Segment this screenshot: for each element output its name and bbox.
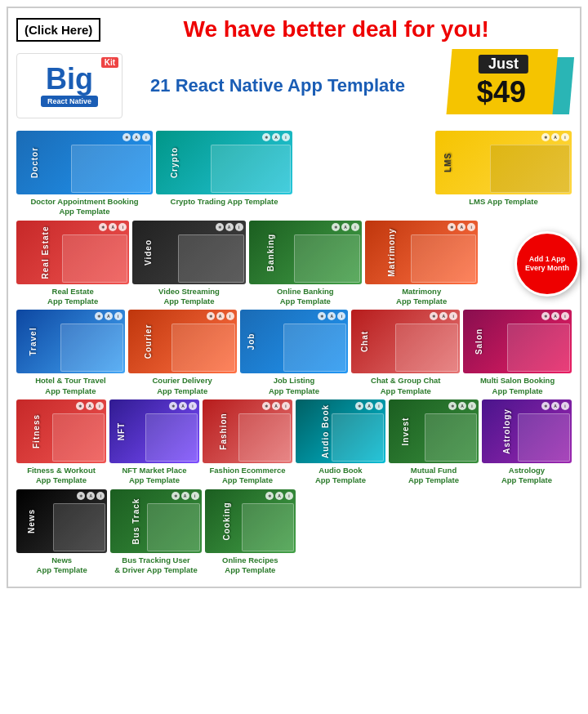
app-label-matrimony: Matrimony	[387, 228, 396, 277]
thumb-bg-fashion: Fashion ⚛Ai	[203, 399, 292, 463]
app-title-bustrack: Bus Tracking User& Driver App Template	[114, 556, 197, 576]
thumb-bg-chat: Chat ⚛Ai	[351, 310, 460, 373]
app-thumb-lms: LMS ⚛Ai	[435, 131, 572, 194]
thumb-bg-news: News ⚛Ai	[16, 489, 107, 553]
app-title-travel: Hotel & Tour TravelApp Template	[35, 376, 105, 396]
app-label-astrology: Astrology	[502, 408, 511, 454]
app-matrimony[interactable]: Matrimony ⚛Ai MatrimonyApp Template	[365, 221, 478, 307]
app-fashion[interactable]: Fashion ⚛Ai Fashion EcommerceApp Templat…	[203, 399, 292, 486]
click-here-label[interactable]: (Click Here)	[16, 18, 100, 42]
thumb-bg-fitness: Fitness ⚛Ai	[16, 399, 106, 463]
app-astrology[interactable]: Astrology ⚛Ai AstrologyApp Template	[482, 399, 572, 486]
app-label-job: Job	[246, 333, 255, 350]
app-thumb-job: Job ⚛Ai	[240, 310, 349, 373]
app-title-courier: Courier DeliveryApp Template	[152, 376, 212, 396]
app-thumb-fitness: Fitness ⚛Ai	[16, 399, 106, 463]
app-label-doctor: Doctor	[30, 147, 39, 178]
row-1: Doctor ⚛Ai Doctor Appointment BookingApp…	[16, 131, 572, 217]
app-thumb-matrimony: Matrimony ⚛Ai	[365, 221, 478, 284]
app-label-chat: Chat	[360, 331, 369, 352]
app-label-video: Video	[144, 239, 153, 266]
app-title-audiobook: Audio BookApp Template	[315, 466, 366, 486]
thumb-bg-invest: Invest ⚛Ai	[389, 399, 479, 463]
app-salon[interactable]: Salon ⚛Ai Multi Salon BookingApp Templat…	[463, 310, 572, 396]
app-label-courier: Courier	[144, 324, 153, 359]
thumb-bg-matrimony: Matrimony ⚛Ai	[365, 221, 478, 284]
thumb-bg-audiobook: Audio Book ⚛Ai	[296, 399, 385, 463]
app-thumb-realestate: Real Estate ⚛Ai	[16, 221, 129, 284]
header-row: (Click Here) We have better deal for you…	[16, 16, 572, 42]
promo-row: Kit Big React Native 21 React Native App…	[16, 49, 572, 123]
app-audiobook[interactable]: Audio Book ⚛Ai Audio BookApp Template	[296, 399, 385, 486]
app-doctor[interactable]: Doctor ⚛Ai Doctor Appointment BookingApp…	[16, 131, 153, 217]
app-label-invest: Invest	[401, 417, 410, 446]
app-thumb-salon: Salon ⚛Ai	[463, 310, 572, 373]
big-text: Big	[46, 65, 93, 94]
app-bustrack[interactable]: Bus Track ⚛Ai Bus Tracking User& Driver …	[110, 489, 201, 576]
app-title-chat: Chat & Group ChatApp Template	[371, 376, 441, 396]
app-thumb-news: News ⚛Ai	[16, 489, 107, 553]
app-thumb-chat: Chat ⚛Ai	[351, 310, 460, 373]
app-crypto[interactable]: Crypto ⚛Ai Crypto Trading App Template	[156, 131, 292, 207]
app-label-realestate: Real Estate	[41, 225, 50, 279]
app-invest[interactable]: Invest ⚛Ai Mutual FundApp Template	[389, 399, 479, 486]
thumb-bg-nft: NFT ⚛Ai	[109, 399, 199, 463]
app-video[interactable]: Video ⚛Ai Video StreamingApp Template	[132, 221, 245, 307]
app-news[interactable]: News ⚛Ai NewsApp Template	[16, 489, 107, 576]
app-label-news: News	[27, 509, 36, 533]
app-title-salon: Multi Salon BookingApp Template	[480, 376, 555, 396]
app-title-fitness: Fitness & WorkoutApp Template	[27, 466, 96, 486]
thumb-bg-courier: Courier ⚛Ai	[128, 310, 237, 373]
app-nft[interactable]: NFT ⚛Ai NFT Market PlaceApp Template	[109, 399, 199, 486]
thumb-bg-realestate: Real Estate ⚛Ai	[16, 221, 129, 284]
app-cooking[interactable]: Cooking ⚛Ai Online RecipesApp Template	[205, 489, 296, 576]
app-thumb-bustrack: Bus Track ⚛Ai	[110, 489, 201, 553]
app-chat[interactable]: Chat ⚛Ai Chat & Group ChatApp Template	[351, 310, 460, 396]
app-travel[interactable]: Travel ⚛Ai Hotel & Tour TravelApp Templa…	[16, 310, 125, 396]
app-realestate[interactable]: Real Estate ⚛Ai Real EstateApp Template	[16, 221, 129, 307]
main-container: (Click Here) We have better deal for you…	[7, 7, 581, 588]
add-badge: Add 1 App Every Month	[514, 231, 580, 297]
bigkit-logo: Kit Big React Native	[16, 53, 122, 118]
app-title-realestate: Real EstateApp Template	[47, 287, 98, 307]
thumb-bg-video: Video ⚛Ai	[132, 221, 245, 284]
app-title-fashion: Fashion EcommerceApp Template	[210, 466, 286, 486]
app-thumb-cooking: Cooking ⚛Ai	[205, 489, 296, 553]
app-lms[interactable]: LMS ⚛Ai LMS App Template	[435, 131, 572, 207]
app-courier[interactable]: Courier ⚛Ai Courier DeliveryApp Template	[128, 310, 237, 396]
app-thumb-astrology: Astrology ⚛Ai	[482, 399, 572, 463]
app-label-banking: Banking	[265, 233, 274, 270]
app-thumb-fashion: Fashion ⚛Ai	[203, 399, 292, 463]
app-label-travel: Travel	[29, 328, 38, 356]
deal-text: We have better deal for you!	[100, 16, 572, 42]
thumb-bg-job: Job ⚛Ai	[240, 310, 349, 373]
app-title-video: Video StreamingApp Template	[158, 287, 220, 307]
price-just-label: Just	[479, 55, 528, 74]
app-label-cooking: Cooking	[222, 502, 231, 540]
app-title-cooking: Online RecipesApp Template	[222, 556, 278, 576]
app-title-job: Job ListingApp Template	[269, 376, 319, 396]
thumb-bg-banking: Banking ⚛Ai	[249, 221, 362, 284]
app-title-matrimony: MatrimonyApp Template	[396, 287, 447, 307]
app-label-salon: Salon	[474, 328, 483, 355]
app-title-lms: LMS App Template	[469, 197, 537, 207]
price-yellow-bg: Just $49	[447, 49, 559, 114]
app-thumb-video: Video ⚛Ai	[132, 221, 245, 284]
price-amount: $49	[477, 75, 526, 109]
app-thumb-travel: Travel ⚛Ai	[16, 310, 125, 373]
kit-badge: Kit	[101, 57, 118, 68]
app-title-banking: Online BankingApp Template	[277, 287, 334, 307]
row-2: Real Estate ⚛Ai Real EstateApp Template …	[16, 221, 572, 307]
app-title-crypto: Crypto Trading App Template	[171, 197, 278, 207]
thumb-bg-crypto: Crypto ⚛Ai	[156, 131, 292, 194]
app-banking[interactable]: Banking ⚛Ai Online BankingApp Template	[249, 221, 362, 307]
app-thumb-nft: NFT ⚛Ai	[109, 399, 199, 463]
app-label-nft: NFT	[117, 422, 126, 440]
app-job[interactable]: Job ⚛Ai Job ListingApp Template	[240, 310, 349, 396]
app-title-invest: Mutual FundApp Template	[408, 466, 459, 486]
price-badge: Just $49	[433, 49, 572, 123]
app-thumb-invest: Invest ⚛Ai	[389, 399, 479, 463]
app-label-audiobook: Audio Book	[321, 404, 330, 458]
app-title-news: NewsApp Template	[37, 556, 87, 576]
app-fitness[interactable]: Fitness ⚛Ai Fitness & WorkoutApp Templat…	[16, 399, 106, 486]
